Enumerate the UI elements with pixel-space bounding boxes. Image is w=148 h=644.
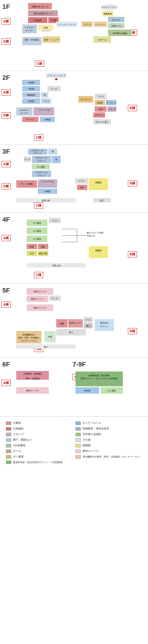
legend-color-0 (6, 421, 11, 425)
svg-rect-8 (22, 25, 37, 33)
legend-label-11: 教学スペース (83, 449, 99, 453)
legend-color-13 (75, 455, 81, 459)
svg-text:宿泊機能付き: 宿泊機能付き (22, 334, 35, 336)
legend-item-0: 大教室 (6, 421, 73, 425)
legend-label-13: 宿泊機能付き教学・研究・交流拠点（セミナーハウス） (83, 455, 142, 458)
svg-text:ラウンジ: ラウンジ (37, 174, 46, 176)
legend-item-11: 教学スペース (75, 449, 142, 453)
svg-text:茨木商工会議所: 茨木商工会議所 (113, 32, 127, 34)
svg-text:ギャラリー: ギャラリー (81, 98, 91, 100)
building-a-1f: A棟 (1, 18, 11, 25)
svg-text:図書館: 図書館 (95, 181, 102, 184)
svg-text:まちライブラリー: まちライブラリー (101, 6, 118, 9)
legend-label-2: 行政施設 (13, 427, 24, 431)
svg-text:研究ラウンジ・セミナールーム(大学院): 研究ラウンジ・セミナールーム(大学院) (81, 377, 118, 380)
svg-text:習義堂: 習義堂 (97, 102, 103, 104)
legend-color-2 (6, 427, 11, 431)
legend-item-2: 行政施設 (6, 427, 73, 431)
svg-text:アリーナ: アリーナ (26, 119, 34, 121)
legend-label-12: ゼミ教室 (13, 455, 24, 459)
svg-text:学際大算コモンズ: 学際大算コモンズ (32, 6, 49, 8)
floor-map-2f: メインエントランス 水利室 水利室 情報教室 別 デッキ 水利室 テラス エネル… (10, 72, 138, 145)
svg-text:大ホール 屋上: 大ホール 屋上 (96, 121, 109, 123)
svg-text:センター: センター (25, 29, 34, 32)
svg-text:情報教室: 情報教室 (27, 94, 35, 96)
legend-label-8: 100名教室 (13, 444, 25, 447)
svg-text:水利室: 水利室 (28, 100, 34, 102)
svg-text:教学スペース: 教学スペース (31, 298, 44, 300)
svg-text:中庭: 中庭 (48, 336, 52, 338)
building-d-1f: D棟 (1, 38, 11, 45)
legend-grid: 大教室 セミナールーム 行政施設 情報教室・研究会室等 コモンズ 茨木商工会議所… (6, 421, 142, 464)
svg-text:ラウンジ: ラウンジ (33, 152, 42, 154)
svg-text:テラス: テラス (98, 95, 104, 98)
legend-color-7 (75, 438, 81, 442)
legend-item-1: セミナールーム (75, 421, 142, 425)
legend-color-8 (6, 444, 11, 447)
floor-map-3f: アカデミック ラウンジ 室 デッキ アカデミック ラウンジ 室 ゼミ教室 アカデ… (10, 146, 138, 211)
svg-text:研究室: 研究室 (84, 390, 91, 392)
legend-item-8: 100名教室 (6, 444, 73, 447)
legend-color-1 (75, 421, 81, 425)
svg-text:教学スペース: 教学スペース (34, 291, 46, 293)
svg-text:水利室: 水利室 (44, 119, 51, 121)
floor-6f-9f: 6F 7-9F A棟 A棟 心理実験・実習施設 研究・交流拠点 教学スペース 教… (0, 358, 148, 417)
floor-2f: 2F A棟 D棟 C棟 B棟 メインエントランス 水利室 水利室 情報教室 別 … (0, 71, 148, 145)
svg-text:デッキ: デッキ (51, 88, 57, 90)
svg-text:アリーナ屋根: アリーナ屋根 (20, 183, 33, 185)
svg-text:テラス: テラス (85, 319, 91, 321)
legend-label-9: 図書館 (83, 444, 91, 447)
svg-text:室: 室 (55, 158, 57, 160)
legend-item-7: その他 (75, 438, 142, 442)
svg-text:（セミナーハウス）: （セミナーハウス） (20, 340, 38, 342)
svg-text:土建ホール: 土建ホール (111, 25, 121, 27)
building-a-2f: A棟 (1, 89, 11, 95)
svg-text:教学スペース: 教学スペース (26, 390, 39, 392)
svg-text:アカデミック: アカデミック (31, 150, 44, 152)
floor-map-5f: 教学スペース デッキ 教学スペース 教学スペース 研究センター テラス 屋上 炊… (10, 285, 138, 358)
svg-text:売店: 売店 (80, 186, 84, 189)
svg-text:コンビニ: コンビニ (42, 30, 50, 32)
svg-text:炊飯: 炊飯 (60, 322, 64, 325)
svg-rect-156 (95, 319, 114, 331)
svg-text:図書館: 図書館 (95, 249, 102, 252)
legend-label-10: ホール (13, 449, 21, 453)
svg-text:ホワイエ: ホワイエ (95, 114, 103, 116)
svg-text:を設ける: を設ける (87, 235, 95, 237)
legend-item-9: 図書館 (75, 444, 142, 447)
building-a-3f: A棟 (1, 161, 11, 167)
svg-text:エネルギー: エネルギー (19, 109, 30, 111)
svg-text:ゼミ教室: ゼミ教室 (37, 166, 45, 168)
floor-map-1f: 学際大算コモンズ 異文化交流コモンズ 行政施設 大判室 エネルギー センター 軽… (10, 1, 138, 69)
legend-label-1: セミナールーム (83, 421, 101, 425)
svg-text:教員研究室・院生共研: 教員研究室・院生共研 (89, 374, 110, 377)
building-d-3f: D棟 (1, 183, 11, 189)
svg-text:レストラン: レストラン (95, 23, 106, 25)
legend-label-14: 教員研究室・院生共研究ラウンジ・大学院教室 (13, 461, 63, 464)
svg-text:コモンズ: コモンズ (108, 108, 116, 110)
svg-text:研究センター: 研究センター (69, 322, 82, 324)
legend-color-10 (6, 450, 11, 453)
svg-text:心理実験・実習施設: 心理実験・実習施設 (23, 373, 42, 375)
building-a-5f: A棟 (1, 301, 11, 308)
svg-text:炊飯: 炊飯 (30, 246, 34, 248)
legend-color-3 (75, 427, 81, 431)
svg-text:屋上: 屋上 (86, 325, 90, 327)
svg-text:屋上: 屋上 (100, 199, 104, 202)
svg-text:大判室: 大判室 (50, 19, 57, 21)
svg-text:炊飯 中段: 炊飯 中段 (38, 252, 47, 254)
floor-label-1f: 1F (2, 3, 10, 11)
svg-rect-134 (89, 246, 108, 258)
svg-text:軽食: 軽食 (44, 27, 48, 29)
svg-text:大ホール: 大ホール (98, 39, 106, 41)
legend-item-14: 教員研究室・院生共研究ラウンジ・大学院教室 (6, 460, 142, 464)
svg-text:テラス: テラス (43, 100, 49, 102)
svg-text:備蓄倉庫: 備蓄倉庫 (104, 13, 112, 15)
svg-text:異文化交流コモンズ: 異文化交流コモンズ (34, 12, 53, 15)
svg-text:ゼミ教室: ゼミ教室 (33, 230, 41, 232)
svg-text:水利室: 水利室 (28, 88, 34, 90)
svg-text:権力コモンズ空間: 権力コモンズ空間 (87, 232, 103, 234)
svg-text:体育・学生施設: 体育・学生施設 (25, 38, 39, 41)
svg-text:デッキ: デッキ (52, 297, 58, 299)
building-d-2f: D棟 (1, 112, 11, 119)
